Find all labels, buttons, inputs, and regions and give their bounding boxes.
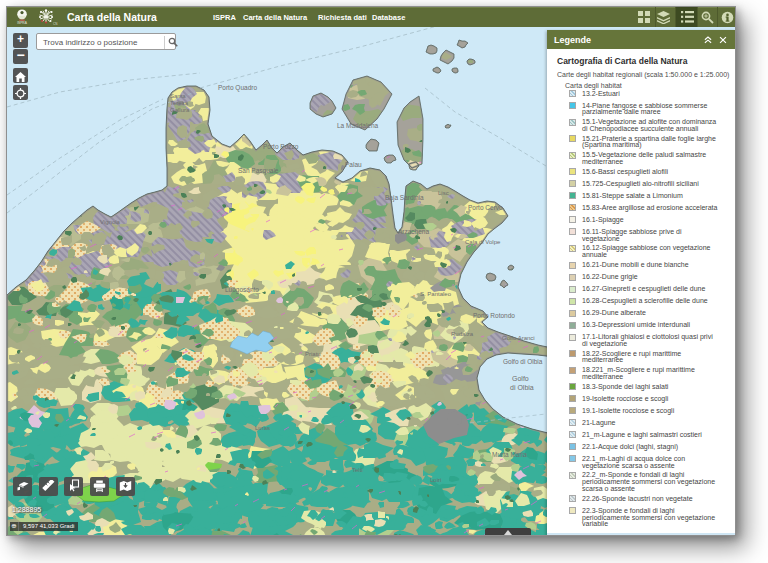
svg-text:Porto Pozzo: Porto Pozzo bbox=[263, 143, 299, 150]
svg-text:Gallura: Gallura bbox=[170, 107, 190, 113]
svg-text:Porto Rotondo: Porto Rotondo bbox=[473, 312, 515, 319]
svg-text:Luras: Luras bbox=[255, 425, 270, 431]
svg-text:Golfo: Golfo bbox=[512, 375, 529, 382]
svg-text:ISPRA: ISPRA bbox=[17, 21, 27, 25]
svg-text:S. Pantaleo: S. Pantaleo bbox=[420, 291, 452, 297]
svg-text:Porto Quadro: Porto Quadro bbox=[218, 84, 257, 92]
svg-text:Arzachena: Arzachena bbox=[398, 228, 429, 235]
svg-text:Luogosanto: Luogosanto bbox=[225, 286, 259, 294]
svg-text:Rudalza: Rudalza bbox=[451, 331, 474, 337]
svg-text:CN: CN bbox=[53, 22, 57, 26]
svg-text:Golfo Aranci: Golfo Aranci bbox=[502, 335, 535, 341]
svg-text:Loiri: Loiri bbox=[430, 477, 441, 483]
svg-text:La Maddalena: La Maddalena bbox=[337, 122, 379, 129]
svg-text:Lisc: Lisc bbox=[438, 190, 449, 196]
svg-text:San Pasquale: San Pasquale bbox=[238, 167, 279, 175]
svg-text:Vignola: Vignola bbox=[100, 219, 121, 225]
svg-text:Porto Cervo: Porto Cervo bbox=[468, 204, 503, 211]
svg-text:Teresa: Teresa bbox=[170, 100, 189, 106]
svg-text:Santa: Santa bbox=[170, 93, 186, 99]
svg-text:Murta Maria: Murta Maria bbox=[492, 451, 527, 458]
svg-text:Palau: Palau bbox=[345, 161, 362, 168]
svg-text:Baja Sardinia: Baja Sardinia bbox=[385, 194, 424, 202]
svg-text:di Olbia: di Olbia bbox=[510, 384, 534, 391]
svg-text:Priatu: Priatu bbox=[305, 351, 321, 357]
svg-text:Golfo di Olbia: Golfo di Olbia bbox=[503, 358, 543, 365]
svg-text:Cala di Volpe: Cala di Volpe bbox=[465, 239, 501, 245]
svg-text:Telti: Telti bbox=[352, 467, 363, 473]
